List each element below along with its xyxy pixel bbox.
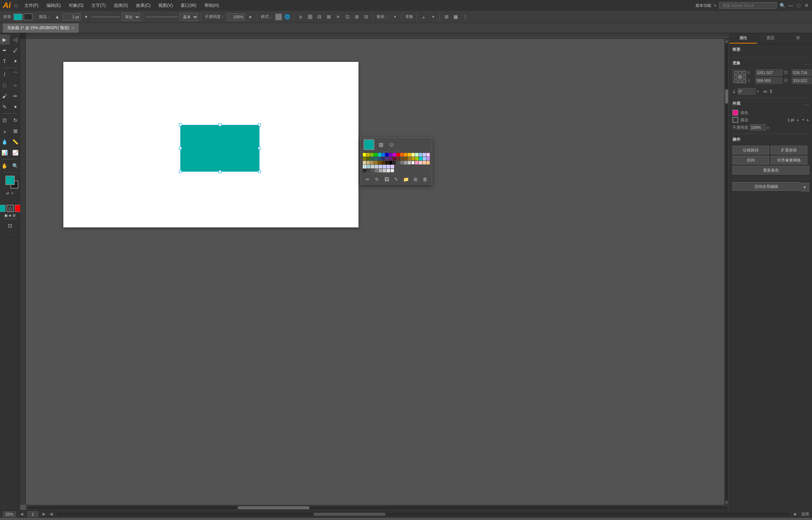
shape-more-icon[interactable]: ▾ <box>391 13 399 21</box>
scroll-up-btn[interactable]: ▲ <box>725 40 728 43</box>
gray-4[interactable] <box>375 169 378 172</box>
handle-top-center[interactable] <box>218 123 221 126</box>
palette-swirl-icon[interactable]: ↻ <box>374 176 381 183</box>
zoom-select[interactable]: 25% <box>3 511 16 517</box>
gray-7[interactable] <box>387 169 390 172</box>
color-17[interactable] <box>389 157 392 160</box>
color-18[interactable] <box>393 157 396 160</box>
color-orange[interactable] <box>400 153 403 157</box>
rotate-tool[interactable]: ↻ <box>10 115 21 125</box>
stroke-width-up[interactable]: ▲ <box>796 118 799 122</box>
selected-rectangle[interactable] <box>180 125 260 172</box>
align-icon-5[interactable]: ⊞ <box>353 13 361 21</box>
stroke-color-swatch-panel[interactable] <box>732 117 738 123</box>
v-scroll-thumb[interactable] <box>725 89 728 104</box>
color-23[interactable] <box>411 157 415 160</box>
gray-5[interactable] <box>379 169 382 172</box>
stroke-color-swatch[interactable] <box>24 14 32 20</box>
transform-btn[interactable]: 变换 <box>404 14 414 19</box>
align-icon-6[interactable]: ⊟ <box>362 13 370 21</box>
color-14[interactable] <box>378 157 381 160</box>
color-15[interactable] <box>382 157 385 160</box>
handle-bottom-left[interactable] <box>179 170 182 173</box>
horizontal-scrollbar[interactable] <box>26 505 729 510</box>
width-input[interactable] <box>792 69 812 76</box>
color-cyan[interactable] <box>378 153 381 157</box>
opacity-input-panel[interactable] <box>750 124 766 131</box>
tab-library[interactable]: 库 <box>785 33 812 44</box>
pencil-tool[interactable]: ✎ <box>0 102 10 112</box>
color-28[interactable] <box>363 161 366 164</box>
color-7[interactable] <box>419 153 422 157</box>
color-11[interactable] <box>366 157 370 160</box>
curvature-tool[interactable]: 🖊 <box>10 45 21 55</box>
ellipse-tool[interactable]: ○ <box>10 80 21 90</box>
color-21[interactable] <box>404 157 407 160</box>
scale-tool[interactable]: ⊡ <box>0 115 10 125</box>
gray-1[interactable] <box>363 169 366 172</box>
handle-middle-left[interactable] <box>179 147 182 150</box>
color-41[interactable] <box>419 161 422 164</box>
palette-edit-icon[interactable]: ✎ <box>393 176 400 183</box>
zoom-tool[interactable]: 🔍 <box>10 161 21 171</box>
angle-input[interactable] <box>737 88 755 95</box>
palette-current-color[interactable] <box>364 139 374 150</box>
opacity-panel-more[interactable]: ▸ <box>767 126 769 130</box>
ref-point-6[interactable] <box>743 75 746 79</box>
color-47[interactable] <box>379 165 382 168</box>
color-22[interactable] <box>408 157 411 160</box>
menu-view[interactable]: 视图(V) <box>155 2 176 9</box>
ref-point-2[interactable] <box>738 71 742 74</box>
h-scroll-track-status[interactable] <box>57 513 790 516</box>
transform-more-btn[interactable]: ⋯ <box>804 62 809 67</box>
color-44[interactable] <box>367 165 370 168</box>
color-magenta[interactable] <box>393 153 396 157</box>
stock-search-input[interactable] <box>719 2 777 9</box>
color-6[interactable] <box>415 153 418 157</box>
palette-library-icon[interactable]: ⊞ <box>412 176 419 183</box>
canvas-area[interactable]: ⊞ ☺ <box>20 33 729 510</box>
menu-object[interactable]: 对象(O) <box>65 2 87 9</box>
eyedropper-tool[interactable]: 💧 <box>0 137 10 147</box>
align-icon-3[interactable]: ≡ <box>334 13 342 21</box>
stroke-more-icon[interactable]: ▸ <box>807 117 809 122</box>
color-35[interactable] <box>393 161 396 164</box>
workspace-selector[interactable]: 基本功能 <box>695 3 711 8</box>
menu-effect[interactable]: 效果(C) <box>132 2 154 9</box>
tab-close-button[interactable]: ✕ <box>72 26 75 30</box>
more-tools-btn[interactable]: ⋯ <box>8 233 12 237</box>
pattern-icon-small[interactable]: ⊞ <box>13 213 15 217</box>
color-36[interactable] <box>396 161 400 164</box>
opacity-input[interactable] <box>227 13 245 21</box>
handle-top-left[interactable] <box>179 123 182 126</box>
color-40[interactable] <box>415 161 418 164</box>
ref-point-9[interactable] <box>743 80 746 83</box>
menu-select[interactable]: 选择(S) <box>110 2 132 9</box>
pen-tool[interactable]: ✒ <box>0 45 10 55</box>
fill-color-swatch[interactable] <box>14 14 22 20</box>
color-27[interactable] <box>427 157 430 160</box>
color-13[interactable] <box>374 157 377 160</box>
color-5[interactable] <box>411 153 415 157</box>
gray-white[interactable] <box>391 169 394 172</box>
color-24[interactable] <box>415 157 418 160</box>
status-scroll-left[interactable]: ◀ <box>50 512 53 516</box>
h-scroll-thumb-status[interactable] <box>313 513 385 516</box>
arc-tool[interactable]: ⌒ <box>10 69 21 80</box>
ref-point-4[interactable] <box>734 75 737 79</box>
handle-top-right[interactable] <box>258 123 261 126</box>
bar-graph-tool[interactable]: 📊 <box>0 148 10 158</box>
scroll-down-btn[interactable]: ▼ <box>725 501 728 504</box>
gradient-icon-small[interactable]: ◈ <box>9 213 12 217</box>
menu-help[interactable]: 帮助(H) <box>201 2 223 9</box>
angle-down-icon[interactable]: ▾ <box>757 90 759 94</box>
menu-edit[interactable]: 编辑(E) <box>43 2 64 9</box>
handle-bottom-right[interactable] <box>258 170 261 173</box>
color-selected-area[interactable] <box>363 165 366 168</box>
color-42[interactable] <box>423 161 426 164</box>
arrange-btn[interactable]: 排列 <box>732 156 769 164</box>
minimize-button[interactable]: — <box>788 3 793 8</box>
palette-pencil-icon[interactable]: ✏ <box>364 176 371 183</box>
flip-h-icon[interactable]: ⇔ <box>763 89 767 94</box>
color-26[interactable] <box>423 157 426 160</box>
